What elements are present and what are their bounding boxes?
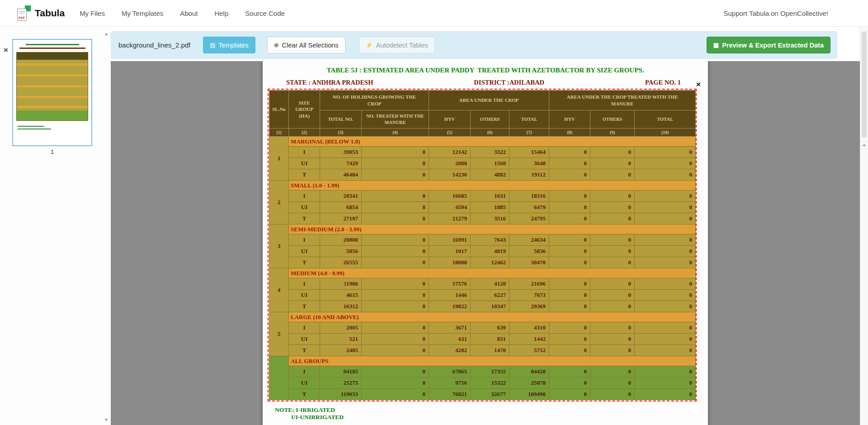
autodetect-icon: ⚡: [366, 42, 373, 48]
templates-button-label: Templates: [219, 42, 249, 49]
scrollbar-thumb[interactable]: [862, 31, 867, 138]
remove-page-button[interactable]: ×: [4, 46, 8, 55]
pdf-canvas[interactable]: TABLE 5J : ESTIMATED AREA UNDER PADDY TR…: [111, 61, 860, 425]
document-meta-row: STATE : ANDHRA PRADESH DISTRICT :ADILABA…: [286, 79, 681, 86]
export-button-label: Preview & Export Extracted Data: [722, 42, 824, 49]
logo-line: [19, 11, 25, 12]
preview-export-button[interactable]: ▦ Preview & Export Extracted Data: [707, 37, 830, 53]
pdf-page[interactable]: TABLE 5J : ESTIMATED AREA UNDER PADDY TR…: [263, 61, 708, 425]
logo-pdf-text: PDF: [19, 16, 25, 19]
state-label: STATE : ANDHRA PRADESH: [286, 79, 373, 86]
brand-title: Tabula: [35, 8, 65, 19]
vertical-scrollbar[interactable]: ▲: [860, 27, 868, 425]
navbar: PDF Tabula My Files My Templates About H…: [0, 0, 868, 27]
thumb-note-line: [18, 126, 44, 127]
toolbar: background_lines_2.pdf ▤ Templates ⊗ Cle…: [111, 31, 837, 59]
thumb-band: [17, 85, 88, 87]
main-panel: background_lines_2.pdf ▤ Templates ⊗ Cle…: [111, 27, 860, 425]
page-number-label: 1: [12, 148, 92, 155]
clear-icon: ⊗: [274, 42, 279, 48]
document-note-line: NOTE: I-IRRIGATED: [275, 406, 708, 414]
thumb-green-section: [17, 110, 88, 120]
thumb-band: [17, 106, 88, 108]
autodetect-button-label: Autodetect Tables: [376, 42, 428, 49]
support-link[interactable]: Support Tabula on OpenCollective!: [723, 10, 828, 17]
clear-button-label: Clear All Selections: [282, 42, 339, 49]
menu-item-help[interactable]: Help: [214, 10, 228, 17]
templates-button[interactable]: ▤ Templates: [203, 37, 255, 53]
thumb-meta-line: [19, 48, 85, 49]
menu-item-my-files[interactable]: My Files: [80, 10, 105, 17]
templates-icon: ▤: [210, 42, 215, 48]
menu-item-source-code[interactable]: Source Code: [245, 10, 285, 17]
thumb-table-header: [17, 53, 88, 60]
page-thumbnail[interactable]: [12, 39, 92, 146]
app-logo-icon: PDF: [17, 5, 31, 21]
thumb-title-line: [26, 44, 79, 45]
sidebar-scroll-up-icon[interactable]: ▲: [104, 31, 108, 36]
table-region: SL.No SIZE GROUP (HA) NO. OF HOLDINGS GR…: [269, 90, 695, 400]
thumb-table: [16, 52, 88, 121]
menu-item-about[interactable]: About: [180, 10, 198, 17]
sidebar: × 1 ▲ ▼: [0, 27, 111, 425]
sidebar-scroll-down-icon[interactable]: ▼: [104, 417, 108, 422]
main-menu: My Files My Templates About Help Source …: [80, 10, 302, 17]
logo-line: [19, 13, 25, 14]
thumb-note-line: [18, 129, 51, 129]
document-note-line: UI-UNIRRIGATED: [291, 414, 708, 421]
clear-all-selections-button[interactable]: ⊗ Clear All Selections: [267, 37, 345, 53]
document-title: TABLE 5J : ESTIMATED AREA UNDER PADDY TR…: [263, 67, 708, 74]
thumb-band: [17, 74, 88, 76]
brand-link[interactable]: PDF Tabula: [17, 5, 65, 21]
content-area: × 1 ▲ ▼ background_lines_2.pdf ▤: [0, 27, 868, 425]
district-label: DISTRICT :ADILABAD: [474, 79, 544, 86]
logo-page-shape: PDF: [17, 9, 27, 21]
thumb-band: [17, 96, 88, 98]
menu-item-my-templates[interactable]: My Templates: [122, 10, 163, 17]
scrollbar-up-icon[interactable]: ▲: [862, 143, 866, 147]
autodetect-tables-button[interactable]: ⚡ Autodetect Tables: [359, 37, 435, 53]
remove-selection-button[interactable]: ×: [696, 80, 701, 89]
table-selection-box[interactable]: [268, 89, 697, 401]
export-icon: ▦: [713, 42, 719, 48]
filename-label: background_lines_2.pdf: [118, 41, 190, 49]
page-no-label: PAGE NO. 1: [645, 79, 681, 86]
thumb-band: [17, 63, 88, 66]
